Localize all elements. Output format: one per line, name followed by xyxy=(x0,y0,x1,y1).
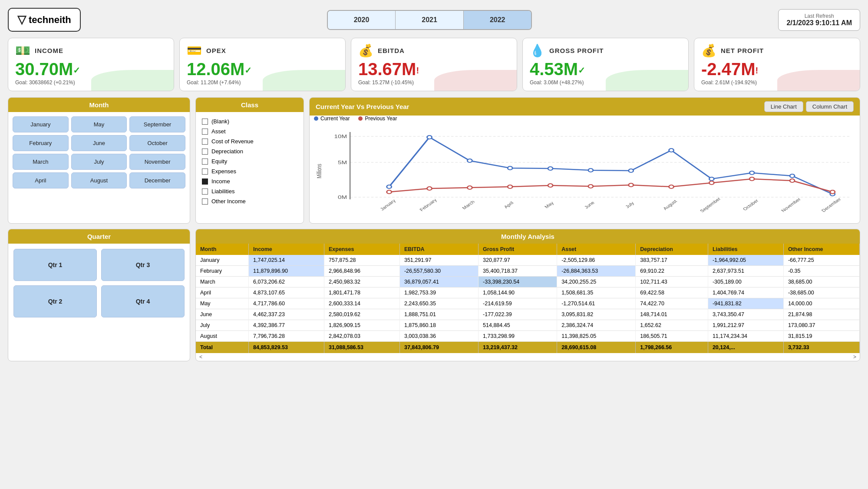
quarter-grid: Qtr 1 Qtr 3 Qtr 2 Qtr 4 xyxy=(8,244,190,323)
month-june[interactable]: June xyxy=(71,135,127,151)
class-equity-label: Equity xyxy=(211,158,227,165)
month-october[interactable]: October xyxy=(129,135,185,151)
svg-point-12 xyxy=(548,167,553,170)
table-body: January 1,747,025.14 757,875.28 351,291.… xyxy=(196,255,860,342)
kpi-opex: 💳 OPEX 12.06M✓ Goal: 11.20M (+7.64%) xyxy=(179,38,346,91)
svg-text:July: July xyxy=(624,201,635,209)
year-tab-2021[interactable]: 2021 xyxy=(396,11,464,29)
table-scroll[interactable]: Month Income Expenses EBITDA Gross Profi… xyxy=(196,244,860,353)
svg-point-24 xyxy=(548,184,553,187)
col-depreciation: Depreciation xyxy=(636,244,708,255)
year-tabs: 2020 2021 2022 xyxy=(327,10,532,30)
quarter-qtr3[interactable]: Qtr 3 xyxy=(101,249,185,281)
net-profit-icon: 💰 xyxy=(701,43,716,58)
previous-year-dot xyxy=(358,116,363,121)
class-income-checkbox[interactable] xyxy=(202,178,208,185)
month-december[interactable]: December xyxy=(129,172,185,188)
month-april[interactable]: April xyxy=(13,172,69,188)
table-title: Monthly Analysis xyxy=(196,229,860,244)
class-expenses[interactable]: Expenses xyxy=(202,166,297,176)
svg-text:September: September xyxy=(699,196,722,213)
class-equity-checkbox[interactable] xyxy=(202,159,208,165)
income-icon: 💵 xyxy=(15,43,30,58)
month-january[interactable]: January xyxy=(13,116,69,132)
scroll-left-icon[interactable]: < xyxy=(199,354,202,360)
svg-point-17 xyxy=(749,171,754,175)
logo-icon: ▽ xyxy=(17,13,26,26)
class-income[interactable]: Income xyxy=(202,176,297,186)
quarter-qtr2[interactable]: Qtr 2 xyxy=(13,285,97,317)
table-row: August 7,796,736.28 2,842,078.03 3,003,0… xyxy=(196,331,860,342)
chart-area: 10M 5M 0M Millions xyxy=(310,123,860,223)
month-july[interactable]: July xyxy=(71,154,127,170)
svg-point-18 xyxy=(790,174,795,178)
svg-text:May: May xyxy=(543,201,555,209)
chart-legend: Current Year Previous Year xyxy=(310,116,860,123)
table-panel: Monthly Analysis Month Income Expenses E… xyxy=(195,229,860,361)
svg-point-31 xyxy=(830,190,835,194)
income-title: INCOME xyxy=(35,47,63,54)
class-cost-checkbox[interactable] xyxy=(202,139,208,145)
line-chart-button[interactable]: Line Chart xyxy=(764,101,803,112)
ebitda-title: EBITDA xyxy=(378,47,405,54)
class-panel-title: Class xyxy=(196,98,304,112)
quarter-qtr4[interactable]: Qtr 4 xyxy=(101,285,185,317)
month-february[interactable]: February xyxy=(13,135,69,151)
class-depreciation-checkbox[interactable] xyxy=(202,149,208,155)
svg-text:February: February xyxy=(418,198,438,212)
net-profit-title: NET PROFIT xyxy=(721,47,764,54)
month-march[interactable]: March xyxy=(13,154,69,170)
line-chart-svg: 10M 5M 0M Millions xyxy=(314,128,855,215)
class-liabilities[interactable]: Liabilities xyxy=(202,186,297,196)
scroll-right-icon[interactable]: > xyxy=(853,354,856,360)
current-year-dot xyxy=(314,116,318,121)
column-chart-button[interactable]: Column Chart xyxy=(806,101,854,112)
gross-profit-icon: 💧 xyxy=(530,43,545,58)
kpi-income: 💵 INCOME 30.70M✓ Goal: 30638662 (+0.21%) xyxy=(8,38,174,91)
class-asset-checkbox[interactable] xyxy=(202,129,208,135)
table-footer: Total 84,853,829.53 31,088,586.53 37,843… xyxy=(196,342,860,354)
chart-header: Current Year Vs Previous Year Line Chart… xyxy=(310,98,860,116)
class-other-income[interactable]: Other Income xyxy=(202,196,297,206)
class-expenses-checkbox[interactable] xyxy=(202,169,208,175)
col-asset: Asset xyxy=(557,244,636,255)
chart-title: Current Year Vs Previous Year xyxy=(316,103,409,110)
table-row: April 4,873,107.65 1,801,471.78 1,982,75… xyxy=(196,287,860,298)
class-depreciation[interactable]: Depreciation xyxy=(202,146,297,156)
class-equity[interactable]: Equity xyxy=(202,156,297,166)
kpi-gross-profit: 💧 GROSS PROFIT 4.53M✓ Goal: 3.06M (+48.2… xyxy=(522,38,689,91)
chart-panel: Current Year Vs Previous Year Line Chart… xyxy=(309,97,860,224)
col-other-income: Other Income xyxy=(783,244,859,255)
header: ▽ techneith 2020 2021 2022 Last Refresh … xyxy=(8,8,860,32)
year-tab-2020[interactable]: 2020 xyxy=(328,11,396,29)
month-november[interactable]: November xyxy=(129,154,185,170)
month-grid: January May September February June Octo… xyxy=(8,112,190,193)
class-blank[interactable]: (Blank) xyxy=(202,116,297,126)
class-asset[interactable]: Asset xyxy=(202,126,297,136)
table-header-row: Month Income Expenses EBITDA Gross Profi… xyxy=(196,244,860,255)
svg-point-9 xyxy=(427,135,432,139)
svg-text:December: December xyxy=(820,197,842,213)
table-scroll-controls: < > xyxy=(196,353,860,361)
class-other-income-checkbox[interactable] xyxy=(202,198,208,205)
opex-icon: 💳 xyxy=(187,43,202,58)
class-cost-of-revenue[interactable]: Cost of Revenue xyxy=(202,136,297,146)
month-panel-title: Month xyxy=(8,98,190,112)
svg-text:April: April xyxy=(503,201,515,209)
col-expenses: Expenses xyxy=(324,244,399,255)
month-panel: Month January May September February Jun… xyxy=(8,97,190,224)
month-may[interactable]: May xyxy=(71,116,127,132)
month-august[interactable]: August xyxy=(71,172,127,188)
svg-point-26 xyxy=(629,183,634,187)
table-total-row: Total 84,853,829.53 31,088,586.53 37,843… xyxy=(196,342,860,354)
month-september[interactable]: September xyxy=(129,116,185,132)
logo: ▽ techneith xyxy=(8,8,81,32)
quarter-qtr1[interactable]: Qtr 1 xyxy=(13,249,97,281)
class-liabilities-checkbox[interactable] xyxy=(202,188,208,195)
class-blank-checkbox[interactable] xyxy=(202,119,208,125)
ebitda-icon: 💰 xyxy=(358,43,373,58)
svg-point-14 xyxy=(629,169,634,172)
year-tab-2022[interactable]: 2022 xyxy=(464,11,531,29)
svg-point-10 xyxy=(467,159,472,162)
svg-point-15 xyxy=(669,149,673,152)
